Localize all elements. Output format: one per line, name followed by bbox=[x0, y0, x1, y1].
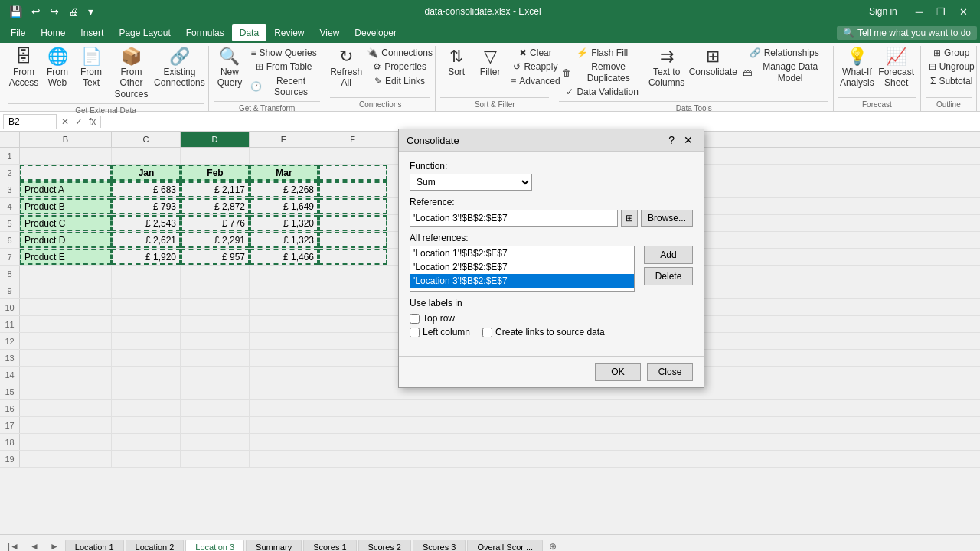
cell-d5[interactable]: £ 776 bbox=[181, 215, 250, 231]
from-text-btn[interactable]: 📄 FromText bbox=[75, 46, 107, 91]
cell-d6[interactable]: £ 2,291 bbox=[181, 232, 250, 248]
add-reference-button[interactable]: Add bbox=[644, 246, 693, 264]
tab-scores-3[interactable]: Scores 3 bbox=[413, 540, 466, 551]
browse-button[interactable]: Browse... bbox=[641, 210, 693, 227]
list-item[interactable]: 'Location 2'!$B$2:$E$7 bbox=[410, 260, 634, 274]
redo-icon[interactable]: ↪ bbox=[47, 4, 62, 19]
forecast-sheet-btn[interactable]: 📈 ForecastSheet bbox=[877, 46, 916, 91]
menu-insert[interactable]: Insert bbox=[73, 24, 111, 41]
cell-b5[interactable]: Product C bbox=[20, 215, 112, 231]
cell-b1[interactable] bbox=[20, 148, 112, 164]
cell-c3[interactable]: £ 683 bbox=[112, 181, 181, 197]
cell-e5[interactable]: £ 1,320 bbox=[250, 215, 318, 231]
cell-f1[interactable] bbox=[318, 148, 387, 164]
tab-scores-1[interactable]: Scores 1 bbox=[303, 540, 356, 551]
cell-e2[interactable]: Mar bbox=[250, 165, 318, 181]
cell-c7[interactable]: £ 1,920 bbox=[112, 249, 181, 265]
tab-scores-2[interactable]: Scores 2 bbox=[358, 540, 411, 551]
sign-in-link[interactable]: Sign in bbox=[869, 6, 897, 17]
menu-view[interactable]: View bbox=[312, 24, 348, 41]
cell-e6[interactable]: £ 1,323 bbox=[250, 232, 318, 248]
flash-fill-btn[interactable]: ⚡ Flash Fill bbox=[559, 46, 645, 60]
cell-d1[interactable] bbox=[181, 148, 250, 164]
from-table-btn[interactable]: ⊞ From Table bbox=[247, 60, 320, 73]
function-select[interactable]: Sum Count Average bbox=[410, 174, 532, 191]
cell-e4[interactable]: £ 1,649 bbox=[250, 198, 318, 214]
tab-location-3[interactable]: Location 3 bbox=[185, 540, 244, 551]
from-web-btn[interactable]: 🌐 FromWeb bbox=[41, 46, 74, 91]
create-links-checkbox[interactable] bbox=[482, 328, 492, 337]
recent-sources-btn[interactable]: 🕐 Recent Sources bbox=[247, 74, 320, 99]
list-item[interactable]: 'Location 3'!$B$2:$E$7 bbox=[410, 274, 634, 288]
list-item[interactable]: 'Location 1'!$B$2:$E$7 bbox=[410, 246, 634, 260]
save-icon[interactable]: 💾 bbox=[6, 4, 25, 19]
existing-connections-btn[interactable]: 🔗 ExistingConnections bbox=[155, 46, 204, 91]
menu-home[interactable]: Home bbox=[33, 24, 73, 41]
tab-overall-scor[interactable]: Overall Scor ... bbox=[467, 540, 543, 551]
refresh-all-btn[interactable]: ↻ RefreshAll bbox=[330, 46, 362, 91]
minimize-btn[interactable]: ─ bbox=[910, 5, 929, 19]
cell-f6[interactable] bbox=[318, 232, 387, 248]
top-row-checkbox[interactable] bbox=[410, 314, 420, 324]
cell-f7[interactable] bbox=[318, 249, 387, 265]
col-header-b[interactable]: B bbox=[20, 132, 112, 147]
cell-d2[interactable]: Feb bbox=[181, 165, 250, 181]
cell-b3[interactable]: Product A bbox=[20, 181, 112, 197]
text-to-col-btn[interactable]: ⇉ Text toColumns bbox=[647, 46, 687, 91]
all-references-list[interactable]: 'Location 1'!$B$2:$E$7 'Location 2'!$B$2… bbox=[410, 246, 635, 292]
cell-d7[interactable]: £ 957 bbox=[181, 249, 250, 265]
insert-function-icon[interactable]: fx bbox=[87, 116, 97, 127]
menu-developer[interactable]: Developer bbox=[347, 24, 404, 41]
quick-print-icon[interactable]: 🖨 bbox=[65, 4, 82, 19]
group-btn[interactable]: ⊞ Group bbox=[926, 46, 978, 60]
delete-reference-button[interactable]: Delete bbox=[644, 267, 693, 285]
ungroup-btn[interactable]: ⊟ Ungroup bbox=[926, 60, 978, 73]
properties-btn[interactable]: ⚙ Properties bbox=[364, 60, 436, 73]
cell-c1[interactable] bbox=[112, 148, 181, 164]
relationships-btn[interactable]: 🔗 Relationships bbox=[740, 46, 828, 60]
cell-reference-input[interactable] bbox=[3, 114, 57, 129]
col-header-d[interactable]: D bbox=[181, 132, 250, 147]
cell-b2[interactable] bbox=[20, 165, 112, 181]
ok-button[interactable]: OK bbox=[595, 363, 641, 381]
tab-location-2[interactable]: Location 2 bbox=[126, 540, 185, 551]
connections-btn[interactable]: 🔌 Connections bbox=[364, 46, 436, 60]
manage-model-btn[interactable]: 🗃 Manage Data Model bbox=[740, 60, 828, 85]
left-column-checkbox[interactable] bbox=[410, 328, 420, 337]
cell-c6[interactable]: £ 2,621 bbox=[112, 232, 181, 248]
tab-location-1[interactable]: Location 1 bbox=[65, 540, 124, 551]
dialog-help-btn[interactable]: ? bbox=[665, 134, 678, 146]
col-header-c[interactable]: C bbox=[112, 132, 181, 147]
cell-e3[interactable]: £ 2,268 bbox=[250, 181, 318, 197]
cell-b7[interactable]: Product E bbox=[20, 249, 112, 265]
from-access-btn[interactable]: 🗄 FromAccess bbox=[8, 46, 40, 91]
cell-b4[interactable]: Product B bbox=[20, 198, 112, 214]
col-header-e[interactable]: E bbox=[250, 132, 318, 147]
menu-file[interactable]: File bbox=[3, 24, 33, 41]
cell-c2[interactable]: Jan bbox=[112, 165, 181, 181]
edit-links-btn[interactable]: ✎ Edit Links bbox=[364, 74, 436, 88]
menu-page-layout[interactable]: Page Layout bbox=[111, 24, 178, 41]
tab-nav-next[interactable]: ► bbox=[45, 539, 64, 551]
tab-summary[interactable]: Summary bbox=[246, 540, 302, 551]
cell-e1[interactable] bbox=[250, 148, 318, 164]
show-queries-btn[interactable]: ≡ Show Queries bbox=[247, 46, 320, 60]
formula-bar-input[interactable] bbox=[104, 115, 977, 129]
restore-btn[interactable]: ❐ bbox=[930, 5, 952, 19]
tab-add-btn[interactable]: ⊕ bbox=[544, 539, 561, 551]
search-box[interactable]: 🔍 Tell me what you want to do bbox=[837, 26, 977, 40]
undo-icon[interactable]: ↩ bbox=[28, 4, 44, 19]
cell-f5[interactable] bbox=[318, 215, 387, 231]
cell-c4[interactable]: £ 793 bbox=[112, 198, 181, 214]
close-btn[interactable]: ✕ bbox=[953, 5, 974, 19]
remove-dup-btn[interactable]: 🗑 Remove Duplicates bbox=[559, 60, 645, 85]
new-query-btn[interactable]: 🔍 NewQuery bbox=[214, 46, 246, 91]
menu-review[interactable]: Review bbox=[266, 24, 312, 41]
customize-icon[interactable]: ▾ bbox=[85, 4, 96, 19]
cell-d4[interactable]: £ 2,872 bbox=[181, 198, 250, 214]
data-validation-btn[interactable]: ✓ Data Validation bbox=[559, 85, 645, 99]
cell-b6[interactable]: Product D bbox=[20, 232, 112, 248]
consolidate-btn[interactable]: ⊞ Consolidate bbox=[688, 46, 739, 80]
from-other-sources-btn[interactable]: 📦 From OtherSources bbox=[109, 46, 154, 102]
tab-nav-first[interactable]: |◄ bbox=[3, 539, 24, 551]
